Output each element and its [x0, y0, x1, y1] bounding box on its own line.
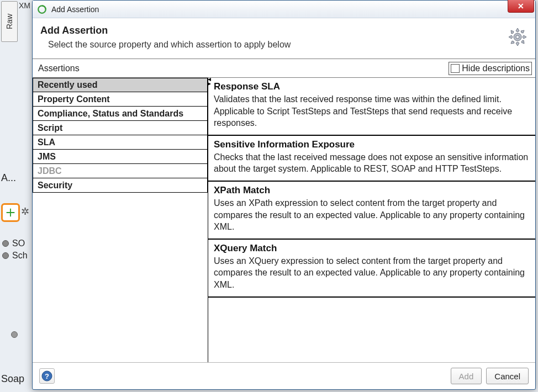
- bg-soap-label: Soap: [1, 373, 24, 385]
- button-group: Add Cancel: [451, 368, 529, 384]
- dialog-header: Add Assertion Select the source property…: [33, 18, 535, 59]
- dialog-footer: ? Add Cancel: [33, 363, 535, 389]
- assertion-item[interactable]: XQuery MatchUses an XQuery expression to…: [208, 240, 535, 298]
- hide-descriptions-label: Hide descriptions: [462, 63, 530, 73]
- category-pane: Recently usedProperty ContentCompliance,…: [33, 78, 208, 362]
- bg-radio-sch[interactable]: Sch: [2, 251, 28, 261]
- splitter-handle-icon[interactable]: [208, 78, 213, 87]
- assertion-description: Uses an XQuery expression to select cont…: [214, 255, 530, 291]
- svg-text:?: ?: [45, 372, 49, 380]
- category-item[interactable]: Compliance, Status and Standards: [33, 107, 208, 121]
- bg-xm-label: XM: [19, 1, 30, 10]
- soapui-app-icon: [37, 4, 47, 14]
- assertion-item[interactable]: XPath MatchUses an XPath expression to s…: [208, 182, 535, 240]
- category-item[interactable]: JMS: [33, 150, 208, 164]
- checkbox-icon: [451, 64, 460, 73]
- svg-point-2: [516, 35, 519, 39]
- cancel-button[interactable]: Cancel: [486, 368, 529, 384]
- category-item: JDBC: [33, 164, 208, 178]
- close-button[interactable]: ✕: [508, 0, 534, 13]
- add-button[interactable]: Add: [451, 368, 482, 384]
- assertion-description: Uses an XPath expression to select conte…: [214, 197, 530, 233]
- page-title: Add Assertion: [40, 25, 528, 36]
- assertion-title: XPath Match: [214, 185, 530, 196]
- bg-radio-so[interactable]: SO: [2, 239, 25, 248]
- toolbar: Assertions Hide descriptions: [33, 59, 535, 78]
- assertion-list: Response SLAValidates that the last rece…: [208, 78, 535, 362]
- assertion-description: Checks that the last received message do…: [214, 151, 530, 175]
- plus-icon: [4, 206, 17, 219]
- assertion-description: Validates that the last received respons…: [214, 93, 530, 129]
- category-list: Recently usedProperty ContentCompliance,…: [33, 78, 208, 193]
- titlebar[interactable]: Add Assertion ✕: [33, 1, 535, 18]
- window-title: Add Assertion: [51, 5, 533, 14]
- bg-sch-label: Sch: [12, 251, 28, 261]
- dialog-body: Recently usedProperty ContentCompliance,…: [33, 78, 535, 363]
- bg-a-label: A...: [1, 172, 16, 184]
- category-item[interactable]: Recently used: [33, 78, 208, 92]
- assertion-title: Sensitive Information Exposure: [214, 139, 530, 150]
- add-button[interactable]: [1, 203, 20, 222]
- assertions-label: Assertions: [38, 63, 80, 73]
- assertion-title: Response SLA: [214, 81, 530, 92]
- category-item[interactable]: Security: [33, 178, 208, 193]
- bg-so-label: SO: [12, 239, 25, 248]
- help-button[interactable]: ?: [39, 368, 55, 384]
- page-subtitle: Select the source property and which ass…: [48, 40, 528, 50]
- category-item[interactable]: Script: [33, 121, 208, 135]
- assertion-item[interactable]: Sensitive Information ExposureChecks tha…: [208, 136, 535, 182]
- radio-dot-icon: [2, 252, 9, 259]
- radio-dot-icon: [2, 240, 9, 247]
- help-icon: ?: [41, 370, 52, 382]
- close-icon: ✕: [518, 2, 524, 10]
- assertion-item[interactable]: Response SLAValidates that the last rece…: [208, 78, 535, 136]
- category-item[interactable]: Property Content: [33, 92, 208, 107]
- gear-icon: ✲: [21, 205, 29, 218]
- hide-descriptions-toggle[interactable]: Hide descriptions: [449, 62, 532, 75]
- category-item[interactable]: SLA: [33, 135, 208, 150]
- add-assertion-dialog: Add Assertion ✕ Add Assertion Select the…: [32, 0, 536, 390]
- raw-vertical-tab[interactable]: Raw: [1, 1, 18, 42]
- settings-gear-icon: [507, 26, 529, 48]
- assertion-title: XQuery Match: [214, 243, 530, 254]
- bg-footer-dot: [11, 331, 18, 338]
